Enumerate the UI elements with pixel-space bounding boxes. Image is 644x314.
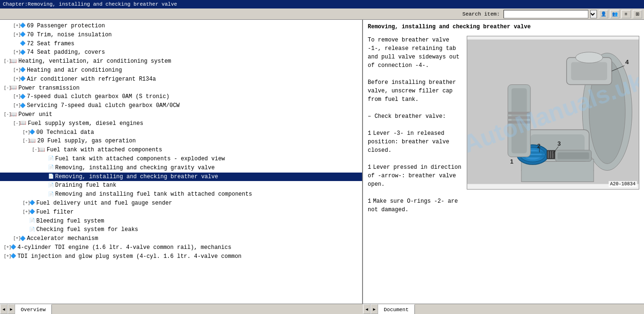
tree-item[interactable]: [-] 📖 Power unit [0, 110, 362, 119]
tree-expander[interactable]: [+] [13, 50, 20, 56]
tree-item[interactable]: 📄 Removing, installing and checking grav… [0, 164, 362, 173]
tree-expander[interactable]: [-] [32, 147, 39, 153]
tree-item-label: 4-cylinder TDI engine (1.6 ltr. 4-valve … [17, 244, 231, 252]
tree-item[interactable]: [+] 🔷 Accelerator mechanism [0, 234, 362, 243]
tree-expander[interactable]: [-] [13, 121, 20, 127]
tree-item-label: 20 Fuel supply, gas operation [37, 137, 136, 145]
tree-item[interactable]: [-] 📖 Heating, ventilation, air conditio… [0, 57, 362, 66]
left-nav-next[interactable]: ► [8, 304, 15, 314]
tree-item[interactable]: [+] 🔷 TDI injection and glow plug system… [0, 252, 362, 261]
title-bar: Chapter:Removing, installing and checkin… [0, 0, 644, 8]
tree-expander[interactable]: [-] [4, 112, 10, 118]
tree-item-label: Servicing 7-speed dual clutch gearbox 0A… [27, 102, 180, 110]
tree-expander[interactable]: [+] [13, 94, 20, 100]
document-tab[interactable]: Document [378, 304, 415, 314]
diamond-icon: 🔷 [20, 41, 25, 47]
right-panel: Removing, installing and checking breath… [363, 20, 644, 304]
search-input[interactable] [504, 10, 588, 18]
svg-rect-18 [548, 151, 549, 158]
tree-expander[interactable]: [+] [13, 32, 20, 38]
right-nav-prev[interactable]: ◄ [363, 304, 371, 314]
svg-rect-30 [508, 112, 530, 115]
doc-para-4: 1Lever pressed in direction of -arrow-: … [368, 163, 462, 189]
tree-item[interactable]: [+] 🔷 Heating and air conditioning [0, 66, 362, 75]
tree-item-label: Fuel delivery unit and fuel gauge sender [36, 199, 172, 207]
doc-check-heading: – Check breather valve: [368, 112, 462, 121]
tree-item[interactable]: [+] 🔷 Fuel delivery unit and fuel gauge … [0, 199, 362, 208]
tree-expander[interactable]: [+] [13, 236, 20, 242]
search-dropdown[interactable] [590, 10, 597, 18]
tree-item[interactable]: [-] 📖 Power transmission [0, 84, 362, 93]
left-nav-prev[interactable]: ◄ [0, 304, 8, 314]
tree-item-label: Power unit [18, 111, 52, 119]
doc-title: Removing, installing and checking breath… [368, 24, 639, 30]
doc-icon: 📄 [29, 227, 35, 233]
tree-expander[interactable]: [+] [13, 23, 20, 29]
tree-item[interactable]: 🔷 72 Seat frames [0, 40, 362, 49]
doc-icon: 📄 [48, 191, 54, 198]
tree-expander[interactable]: [+] [4, 254, 10, 260]
search-users-btn[interactable]: 👥 [610, 10, 619, 18]
overview-tab[interactable]: Overview [15, 304, 52, 314]
tree-item[interactable]: [-] 📖 20 Fuel supply, gas operation [0, 137, 362, 146]
tree-item[interactable]: [+] 🔷 7-speed dual clutch gearbox 0AM (S… [0, 92, 362, 101]
tree-item[interactable]: [+] 🔷 4-cylinder TDI engine (1.6 ltr. 4-… [0, 243, 362, 252]
tree-expander[interactable]: [+] [13, 76, 20, 83]
book-icon: 📖 [20, 120, 26, 127]
tree-expander[interactable]: [-] [4, 58, 10, 65]
main-area: [+] 🔷 69 Passenger protection [+] 🔷 70 T… [0, 20, 644, 304]
tree-item[interactable]: [+] 🔷 Fuel filter [0, 208, 362, 217]
title-text: Chapter:Removing, installing and checkin… [3, 1, 177, 7]
svg-text:4: 4 [625, 58, 629, 66]
diamond-icon: 🔷 [29, 129, 35, 136]
tree-item[interactable]: [-] 📖 Fuel supply system, diesel engines [0, 119, 362, 128]
tree-expander[interactable]: [+] [13, 103, 20, 109]
tree-item[interactable]: 📄 Removing and installing fuel tank with… [0, 190, 362, 199]
tree-item[interactable]: [-] 📖 Fuel tank with attached components [0, 146, 362, 155]
tree-item-label: Air conditioner with refrigerant R134a [27, 75, 156, 83]
tree-expander[interactable]: [-] [4, 85, 10, 91]
tree-expander[interactable]: [+] [23, 209, 29, 215]
doc-icon: 📄 [48, 182, 54, 189]
doc-text: To remove breather valve -1-, release re… [368, 36, 462, 214]
diamond-icon: 🔷 [20, 67, 25, 74]
doc-para-1: To remove breather valve -1-, release re… [368, 36, 462, 70]
search-user-btn[interactable]: 👤 [599, 10, 608, 18]
tree-item[interactable]: 📄 Checking fuel system for leaks [0, 225, 362, 234]
tree-item[interactable]: [+] 🔷 74 Seat padding, covers [0, 48, 362, 57]
svg-rect-27 [558, 152, 589, 159]
diamond-icon: 🔷 [10, 244, 16, 251]
tree-item[interactable]: [+] 🔷 70 Trim, noise insulation [0, 31, 362, 40]
tree-item-label: Heating and air conditioning [27, 66, 122, 74]
tree-item-label: Fuel filter [36, 208, 74, 216]
tree-expander[interactable]: [-] [23, 138, 29, 144]
diamond-icon: 🔷 [20, 50, 25, 56]
tree-item[interactable]: [+] 🔷 00 Technical data [0, 128, 362, 137]
doc-icon: 📄 [29, 218, 35, 224]
svg-rect-31 [508, 116, 530, 119]
tree-item[interactable]: 📄 Removing, installing and checking brea… [0, 173, 362, 182]
tree-container[interactable]: [+] 🔷 69 Passenger protection [+] 🔷 70 T… [0, 20, 362, 304]
tree-item[interactable]: 📄 Bleeding fuel system [0, 217, 362, 226]
tree-expander[interactable]: [+] [23, 130, 29, 136]
tree-item[interactable]: 📄 Fuel tank with attached components - e… [0, 155, 362, 164]
tree-item[interactable]: [+] 🔷 Air conditioner with refrigerant R… [0, 75, 362, 84]
tree-expander[interactable]: [+] [4, 245, 10, 251]
book-icon: 📖 [10, 84, 17, 91]
tree-expander[interactable]: [+] [13, 67, 20, 74]
tree-item[interactable]: [+] 🔷 Servicing 7-speed dual clutch gear… [0, 101, 362, 110]
book-icon: 📖 [10, 111, 17, 118]
menu-list-btn[interactable]: ≡ [621, 10, 631, 18]
book-icon: 📖 [39, 147, 45, 154]
doc-image-container: AutoManuals.uk 4 [467, 36, 639, 190]
menu-grid-btn[interactable]: ⊞ [633, 10, 642, 18]
tree-item[interactable]: 📄 Draining fuel tank [0, 181, 362, 190]
doc-para-3: 1Lever -3- in released position: breathe… [368, 129, 462, 155]
tree-item-label: Removing, installing and checking gravit… [55, 164, 215, 172]
doc-para-5: 1Make sure O-rings -2- are not damaged. [368, 197, 462, 214]
right-nav-next[interactable]: ► [371, 304, 378, 314]
tree-expander[interactable]: [+] [23, 200, 29, 207]
tree-item-label: 70 Trim, noise insulation [27, 31, 112, 39]
tree-item-label: 74 Seat padding, covers [27, 49, 105, 57]
tree-item[interactable]: [+] 🔷 69 Passenger protection [0, 22, 362, 31]
